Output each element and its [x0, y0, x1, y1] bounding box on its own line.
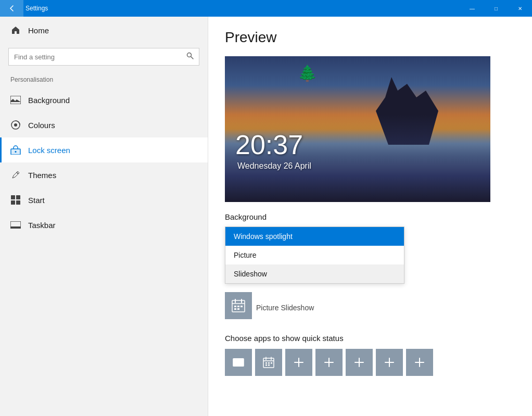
back-button[interactable] [0, 0, 23, 17]
titlebar: Settings — □ ✕ [0, 0, 532, 17]
search-box[interactable] [8, 48, 199, 66]
content-area: Preview 🌲 20:37 Wednesday 26 April Backg… [208, 17, 532, 416]
start-label: Start [28, 196, 45, 205]
window-controls: — □ ✕ [460, 0, 532, 17]
dropdown-option-slideshow[interactable]: Slideshow [225, 264, 404, 283]
tree-silhouette: 🌲 [298, 64, 317, 82]
personalisation-label: Personalisation [0, 74, 208, 87]
sidebar: Home Personalisation Background [0, 17, 208, 416]
preview-background: 🌲 20:37 Wednesday 26 April [225, 56, 490, 202]
quick-status-tiles [225, 349, 515, 376]
dropdown-option-spotlight[interactable]: Windows spotlight [225, 227, 404, 246]
svg-rect-11 [11, 200, 15, 205]
svg-point-4 [14, 123, 17, 127]
svg-rect-24 [233, 359, 244, 367]
background-dropdown[interactable]: Windows spotlight Picture Slideshow [225, 226, 404, 284]
close-button[interactable]: ✕ [508, 0, 532, 17]
svg-rect-12 [16, 200, 20, 205]
svg-rect-19 [234, 306, 236, 307]
themes-icon [10, 170, 21, 180]
search-input[interactable] [9, 49, 181, 65]
svg-rect-32 [265, 364, 267, 366]
calendar-status-tile[interactable] [255, 349, 282, 376]
sidebar-item-colours[interactable]: Colours [0, 112, 208, 137]
sidebar-item-lock-screen[interactable]: Lock screen [0, 137, 208, 162]
app-title: Settings [23, 5, 460, 12]
main-container: Home Personalisation Background [0, 17, 532, 416]
svg-rect-14 [10, 226, 21, 229]
picture-slideshow-label: Picture Slideshow [256, 304, 314, 312]
add-app-tile-3[interactable] [346, 349, 373, 376]
svg-rect-8 [15, 151, 17, 153]
preview-date: Wednesday 26 April [237, 161, 311, 171]
colours-label: Colours [28, 121, 55, 130]
sidebar-item-start[interactable]: Start [0, 187, 208, 212]
background-section-label: Background [225, 212, 515, 221]
sidebar-item-background[interactable]: Background [0, 87, 208, 112]
taskbar-icon [10, 220, 21, 230]
dropdown-list: Windows spotlight Picture Slideshow [225, 226, 404, 284]
svg-rect-29 [265, 362, 267, 364]
dropdown-option-picture[interactable]: Picture [225, 246, 404, 264]
svg-rect-33 [268, 364, 270, 366]
home-icon [10, 25, 21, 35]
mail-app-tile[interactable] [225, 349, 252, 376]
lock-screen-icon [10, 145, 21, 155]
start-icon [10, 195, 21, 205]
minimize-button[interactable]: — [460, 0, 484, 17]
sidebar-item-taskbar[interactable]: Taskbar [0, 212, 208, 237]
search-icon[interactable] [181, 48, 199, 65]
lock-screen-label: Lock screen [28, 146, 70, 155]
background-icon [10, 95, 21, 105]
sidebar-item-themes[interactable]: Themes [0, 162, 208, 187]
colours-icon [10, 120, 21, 130]
maximize-button[interactable]: □ [484, 0, 508, 17]
add-app-tile-1[interactable] [285, 349, 312, 376]
quick-status-label: Choose apps to show quick status [225, 334, 515, 343]
background-label: Background [28, 96, 70, 105]
svg-rect-22 [234, 308, 236, 310]
picture-slideshow-section: Picture Slideshow [225, 292, 515, 323]
svg-rect-10 [16, 195, 20, 199]
add-app-tile-2[interactable] [315, 349, 343, 376]
home-label: Home [28, 26, 49, 35]
svg-rect-9 [11, 195, 15, 199]
calendar-app-tile[interactable] [225, 292, 252, 319]
add-app-tile-5[interactable] [406, 349, 433, 376]
svg-rect-30 [268, 362, 270, 364]
preview-time: 20:37 [235, 129, 303, 160]
taskbar-label: Taskbar [28, 221, 56, 230]
sidebar-item-home[interactable]: Home [0, 17, 208, 44]
svg-rect-23 [237, 308, 239, 310]
svg-line-1 [191, 57, 194, 59]
svg-rect-21 [240, 306, 243, 307]
page-title: Preview [225, 29, 515, 46]
svg-rect-20 [237, 306, 239, 307]
preview-image: 🌲 20:37 Wednesday 26 April [225, 56, 490, 202]
add-app-tile-4[interactable] [376, 349, 403, 376]
themes-label: Themes [28, 171, 56, 180]
svg-rect-31 [271, 362, 272, 364]
